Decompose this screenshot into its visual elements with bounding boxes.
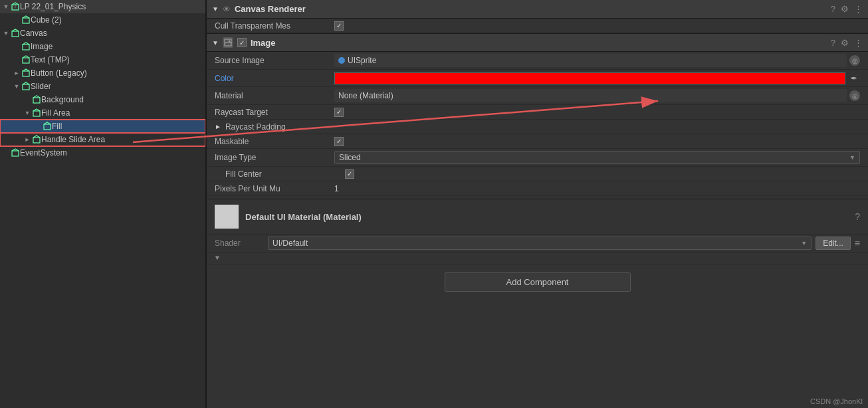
cube-icon-text-tmp	[21, 55, 31, 64]
hierarchy-item-lp22[interactable]: LP 22_01_Physics	[0, 0, 205, 13]
material-label: Material	[215, 91, 334, 100]
raycast-target-checkbox[interactable]	[334, 108, 344, 117]
raycast-target-row: Raycast Target	[207, 105, 868, 120]
shader-dropdown[interactable]: UI/Default ▼	[268, 237, 812, 250]
image-help-icon[interactable]: ?	[831, 38, 835, 48]
color-eyedropper-icon[interactable]: ✒	[848, 72, 860, 84]
cube-icon-button-legacy	[21, 68, 31, 78]
material-value: None (Material) ◎	[334, 89, 860, 102]
hierarchy-label-lp22: LP 22_01_Physics	[20, 2, 86, 11]
hierarchy-item-fill[interactable]: Fill	[0, 120, 205, 133]
cube-icon-canvas	[11, 29, 20, 38]
hierarchy-item-canvas[interactable]: Canvas	[0, 27, 205, 40]
image-more-icon[interactable]: ⋮	[854, 38, 863, 48]
source-image-picker[interactable]: ◎	[849, 55, 860, 66]
color-label: Color	[215, 74, 334, 83]
canvas-renderer-header: ▼ 👁 Canvas Renderer ? ⚙ ⋮	[207, 0, 868, 19]
source-image-label: Source Image	[215, 56, 334, 65]
material-help-icon[interactable]: ?	[855, 211, 860, 222]
svg-rect-3	[12, 31, 19, 37]
image-component-icon	[223, 37, 233, 48]
canvas-renderer-title: Canvas Renderer	[235, 4, 831, 14]
material-text[interactable]: None (Material)	[334, 89, 847, 102]
svg-rect-2	[23, 18, 29, 23]
add-component-button[interactable]: Add Component	[445, 272, 631, 292]
hierarchy-item-event-system[interactable]: EventSystem	[0, 146, 205, 159]
fill-center-checkbox[interactable]	[345, 169, 354, 179]
arrow-handle-slide-area	[24, 136, 31, 143]
cube-icon-cube2	[21, 15, 31, 25]
svg-rect-11	[33, 138, 40, 143]
color-swatch[interactable]	[334, 72, 845, 84]
hierarchy-item-slider[interactable]: Slider	[0, 80, 205, 93]
fill-center-label: Fill Center	[225, 169, 345, 179]
cube-icon-lp22	[11, 2, 20, 11]
cube-icon-background	[32, 95, 41, 104]
shader-dropdown-arrow: ▼	[801, 240, 807, 247]
image-type-dropdown[interactable]: Sliced ▼	[334, 151, 860, 164]
shader-edit-button[interactable]: Edit...	[815, 237, 851, 250]
color-row: Color ✒	[207, 70, 868, 87]
canvas-renderer-more-icon[interactable]: ⋮	[854, 4, 863, 14]
svg-rect-6	[23, 71, 29, 76]
image-component-title: Image	[251, 38, 831, 48]
hierarchy-item-handle-slide-area[interactable]: Handle Slide Area	[0, 133, 205, 146]
cull-transparent-checkbox[interactable]	[334, 21, 344, 31]
collapse-row[interactable]: ►	[207, 253, 868, 264]
cube-icon-slider	[21, 82, 31, 91]
shader-gear-icon[interactable]: ≡	[855, 238, 860, 249]
svg-rect-10	[44, 124, 51, 130]
image-type-row: Image Type Sliced ▼	[207, 149, 868, 167]
hierarchy-item-fill-area[interactable]: Fill Area	[0, 106, 205, 120]
hierarchy-label-button-legacy: Button (Legacy)	[31, 68, 87, 78]
cube-icon-fill	[43, 122, 52, 131]
maskable-checkbox[interactable]	[334, 137, 344, 146]
pixels-per-unit-label: Pixels Per Unit Mu	[215, 184, 334, 193]
material-picker[interactable]: ◎	[849, 90, 860, 101]
add-component-section: Add Component	[207, 264, 868, 300]
fill-center-row: Fill Center	[207, 167, 868, 181]
hierarchy-label-event-system: EventSystem	[20, 148, 67, 157]
image-component-enabled[interactable]	[237, 38, 247, 47]
canvas-renderer-eye-icon[interactable]: 👁	[223, 5, 231, 14]
canvas-renderer-settings-icon[interactable]: ⚙	[841, 4, 849, 14]
pixels-per-unit-row: Pixels Per Unit Mu 1	[207, 181, 868, 196]
svg-point-14	[229, 41, 230, 42]
cull-transparent-label: Cull Transparent Mes	[215, 21, 334, 31]
shader-value: UI/Default	[272, 239, 801, 248]
hierarchy-label-canvas: Canvas	[20, 29, 47, 38]
svg-rect-5	[23, 58, 29, 63]
material-row: Material None (Material) ◎	[207, 87, 868, 105]
arrow-button-legacy	[13, 70, 20, 76]
canvas-renderer-arrow[interactable]: ▼	[212, 5, 219, 13]
collapse-arrow-icon: ►	[214, 255, 221, 262]
hierarchy-label-handle-slide-area: Handle Slide Area	[41, 135, 105, 144]
image-type-label: Image Type	[215, 153, 334, 162]
pixels-per-unit-value: 1	[334, 184, 860, 193]
arrow-fill-area	[24, 110, 31, 116]
hierarchy-item-background[interactable]: Background	[0, 93, 205, 106]
raycast-target-label: Raycast Target	[215, 108, 334, 117]
image-component-arrow[interactable]: ▼	[212, 39, 219, 47]
hierarchy-item-cube2[interactable]: Cube (2)	[0, 13, 205, 27]
cube-icon-handle-slide-area	[32, 135, 41, 144]
canvas-renderer-help-icon[interactable]: ?	[831, 4, 835, 14]
material-thumbnail	[215, 205, 239, 229]
hierarchy-label-slider: Slider	[31, 82, 51, 91]
hierarchy-label-cube2: Cube (2)	[31, 15, 62, 25]
arrow-slider	[13, 83, 20, 90]
hierarchy-label-background: Background	[41, 95, 84, 104]
source-image-value[interactable]: UISprite	[334, 54, 847, 67]
hierarchy-item-text-tmp[interactable]: Text (TMP)	[0, 53, 205, 66]
hierarchy-item-image[interactable]: Image	[0, 40, 205, 53]
arrow-canvas	[3, 30, 9, 37]
source-image-text: UISprite	[348, 56, 376, 65]
cull-transparent-row: Cull Transparent Mes	[207, 19, 868, 33]
shader-row: Shader UI/Default ▼ Edit... ≡	[207, 235, 868, 253]
raycast-padding-row[interactable]: ► Raycast Padding	[207, 120, 868, 134]
sprite-dot-icon	[338, 57, 345, 64]
cube-icon-image	[21, 42, 31, 51]
cube-icon-fill-area	[32, 108, 41, 118]
image-settings-icon[interactable]: ⚙	[841, 38, 849, 48]
hierarchy-item-button-legacy[interactable]: Button (Legacy)	[0, 66, 205, 80]
